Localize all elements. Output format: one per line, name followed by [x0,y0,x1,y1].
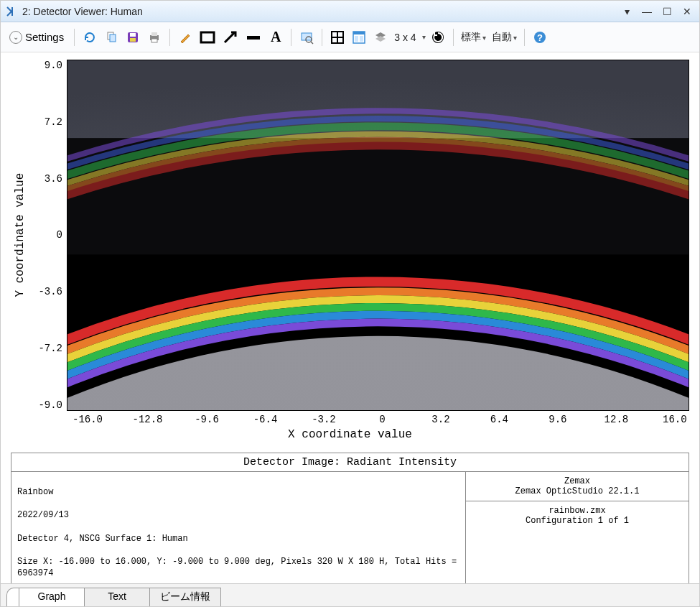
help-button[interactable]: ? [531,27,549,47]
x-axis-ticks: -16.0 -12.8 -9.6 -6.4 -3.2 0 3.2 6.4 9.6… [73,414,689,425]
svg-text:?: ? [537,32,543,43]
y-axis-label: Y coordinate value [11,60,29,411]
close-button[interactable]: ✕ [679,4,695,19]
svg-rect-4 [130,33,136,37]
svg-rect-20 [355,36,358,42]
tab-text[interactable]: Text [84,588,150,606]
info-panel-title: Detector Image: Radiant Intensity [11,453,689,472]
grid-size-label: 3 x 4 [393,32,417,43]
titlebar: 2: Detector Viewer: Human ▾ — ☐ ✕ [1,1,699,22]
text-tool-button[interactable]: A [266,27,285,47]
dropdown-icon[interactable]: ▾ [619,4,635,19]
svg-rect-5 [130,38,136,42]
grid-dropdown-icon[interactable]: ▾ [422,33,426,41]
svg-rect-11 [247,36,260,40]
svg-rect-2 [110,34,116,42]
standard-dropdown[interactable]: 標準▾ [459,31,487,44]
app-icon [5,5,18,18]
info-right-software: Zemax Zemax OpticStudio 22.1.1 [466,472,689,501]
settings-button[interactable]: ⌄ Settings [5,29,68,46]
svg-rect-21 [360,36,363,42]
y-axis-ticks: 9.0 7.2 3.6 0 -3.6 -7.2 -9.0 [29,60,67,411]
minimize-button[interactable]: — [639,4,655,19]
tab-beam-info[interactable]: ビーム情報 [149,588,221,606]
svg-rect-7 [151,32,157,36]
auto-dropdown[interactable]: 自動▾ [490,31,518,44]
pencil-button[interactable] [176,27,195,47]
line-weight-button[interactable] [243,27,263,47]
save-button[interactable] [123,27,142,47]
chevron-down-icon: ⌄ [9,31,22,44]
settings-label: Settings [25,31,64,43]
info-left-text: Rainbow 2022/09/13 Detector 4, NSCG Surf… [11,472,466,583]
refresh-button[interactable] [80,27,99,47]
copy-button[interactable] [102,27,121,47]
svg-rect-8 [151,39,157,42]
content-area: Y coordinate value 9.0 7.2 3.6 0 -3.6 -7… [1,52,699,583]
expand-button[interactable] [328,27,347,47]
info-right-file: rainbow.zmx Configuration 1 of 1 [466,501,689,530]
zoom-button[interactable] [297,27,316,47]
toolbar: ⌄ Settings A 3 x 4 ▾ 標準▾ [1,22,699,52]
chart-zone: Y coordinate value 9.0 7.2 3.6 0 -3.6 -7… [11,60,689,441]
rectangle-tool-button[interactable] [197,27,218,47]
reset-button[interactable] [429,27,447,47]
window-title: 2: Detector Viewer: Human [22,6,143,17]
layers-button[interactable] [371,27,390,47]
svg-line-10 [225,32,235,42]
window-layout-button[interactable] [350,27,368,47]
arrow-tool-button[interactable] [220,27,241,47]
info-right: Zemax Zemax OpticStudio 22.1.1 rainbow.z… [466,472,689,583]
tab-graph[interactable]: Graph [19,588,85,606]
svg-rect-9 [201,32,214,42]
x-axis-label: X coordinate value [11,428,689,441]
detector-plot[interactable] [67,60,689,411]
info-panel: Detector Image: Radiant Intensity Rainbo… [11,453,689,583]
svg-rect-19 [353,32,365,34]
svg-line-14 [311,42,313,44]
bottom-tabs: Graph Text ビーム情報 [1,583,699,606]
maximize-button[interactable]: ☐ [659,4,675,19]
tab-lead-curve [6,588,19,606]
print-button[interactable] [145,27,164,47]
